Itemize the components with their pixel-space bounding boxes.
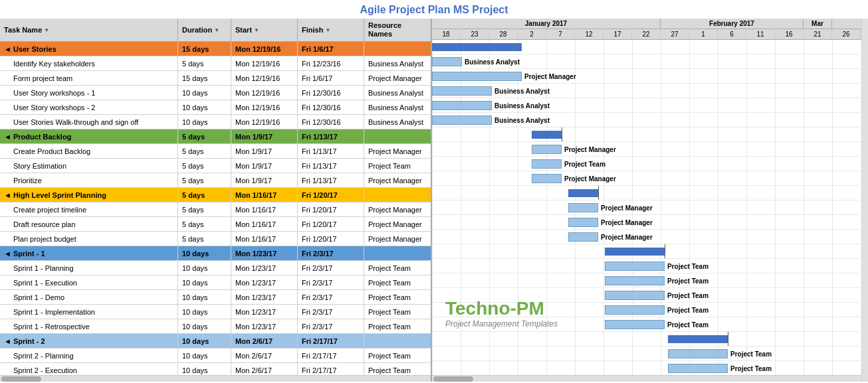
- gantt-row: Business Analyst: [432, 98, 861, 113]
- table-row[interactable]: Sprint 2 - Planning 10 days Mon 2/6/17 F…: [0, 348, 431, 363]
- gantt-bar-label: Project Manager: [598, 219, 653, 226]
- table-row[interactable]: Sprint 1 - Planning 10 days Mon 1/23/17 …: [0, 261, 431, 275]
- gantt-grid-line: [689, 230, 690, 244]
- gantt-grid-line: [489, 346, 490, 360]
- gantt-scrollbar-thumb[interactable]: [433, 376, 473, 382]
- gantt-grid-line: [775, 273, 776, 287]
- table-row[interactable]: Form project team 15 days Mon 12/19/16 F…: [0, 71, 431, 86]
- finish-header-label: Finish: [302, 26, 323, 34]
- gantt-grid-line: [489, 186, 490, 200]
- table-row[interactable]: Sprint 1 - Implementation 10 days Mon 1/…: [0, 305, 431, 319]
- table-row[interactable]: ◄ Sprint - 2 10 days Mon 2/6/17 Fri 2/17…: [0, 334, 431, 348]
- table-row[interactable]: Sprint 2 - Execution 10 days Mon 2/6/17 …: [0, 363, 431, 375]
- resource-cell: Business Analyst: [364, 115, 431, 129]
- gantt-bar: [605, 248, 665, 256]
- table-row[interactable]: User Story workshops - 1 10 days Mon 12/…: [0, 86, 431, 100]
- task-name-cell: Plan project budget: [0, 232, 178, 246]
- task-name-cell: Create Product Backlog: [0, 144, 178, 158]
- table-scrollbar-h[interactable]: [0, 375, 431, 382]
- table-row[interactable]: Sprint 1 - Execution 10 days Mon 1/23/17…: [0, 275, 431, 290]
- start-cell: Mon 2/6/17: [231, 348, 298, 362]
- gantt-grid-line: [632, 54, 633, 68]
- finish-cell: Fri 1/20/17: [298, 188, 364, 202]
- table-row[interactable]: Identify Key stakeholders 5 days Mon 12/…: [0, 56, 431, 71]
- gantt-grid-line: [603, 244, 604, 258]
- gantt-scrollbar-h[interactable]: [432, 375, 861, 382]
- finish-cell: Fri 2/3/17: [298, 305, 364, 319]
- gantt-grid-line: [518, 361, 518, 375]
- finish-cell: Fri 1/20/17: [298, 217, 364, 231]
- gantt-connector: [665, 244, 665, 258]
- gantt-grid-line: [575, 54, 576, 68]
- gantt-scrollbar-v[interactable]: [861, 19, 868, 382]
- table-row[interactable]: Story Estimation 5 days Mon 1/9/17 Fri 1…: [0, 159, 431, 173]
- gantt-grid-line: [489, 171, 490, 185]
- gantt-grid-line: [804, 84, 804, 98]
- gantt-grid-line: [603, 346, 604, 360]
- gantt-grid-line: [603, 98, 604, 112]
- gantt-grid-line: [689, 69, 690, 83]
- gantt-bar: [432, 115, 492, 125]
- start-cell: Mon 1/9/17: [231, 173, 298, 187]
- gantt-row: Project Team: [432, 317, 861, 332]
- gantt-bar: [605, 305, 665, 315]
- table-row[interactable]: Create project timeline 5 days Mon 1/16/…: [0, 202, 431, 217]
- gantt-grid-line: [661, 361, 661, 375]
- col-header-duration[interactable]: Duration ▼: [178, 19, 231, 41]
- table-row[interactable]: Sprint 1 - Demo 10 days Mon 1/23/17 Fri …: [0, 290, 431, 305]
- table-row[interactable]: ◄ User Stories 15 days Mon 12/19/16 Fri …: [0, 42, 431, 56]
- gantt-connector: [598, 186, 599, 200]
- table-row[interactable]: Create Product Backlog 5 days Mon 1/9/17…: [0, 144, 431, 159]
- gantt-row: Project Team: [432, 157, 861, 171]
- gantt-grid-line: [546, 40, 547, 54]
- gantt-grid-line: [518, 142, 518, 156]
- gantt-grid-line: [804, 317, 804, 331]
- gantt-bar: [668, 335, 728, 343]
- table-row[interactable]: ◄ Sprint - 1 10 days Mon 1/23/17 Fri 2/3…: [0, 246, 431, 261]
- duration-cell: 5 days: [178, 202, 231, 216]
- table-row[interactable]: ◄ Product Backlog 5 days Mon 1/9/17 Fri …: [0, 129, 431, 144]
- gantt-grid-line: [661, 98, 661, 112]
- gantt-grid-line: [718, 54, 718, 68]
- gantt-grid-line: [632, 157, 633, 171]
- gantt-grid-line: [603, 186, 604, 200]
- gantt-grid-line: [746, 98, 747, 112]
- col-header-start[interactable]: Start ▼: [231, 19, 298, 41]
- gantt-row: Project Manager: [432, 215, 861, 230]
- gantt-grid-line: [661, 346, 661, 360]
- table-row[interactable]: ◄ High Level Sprint Planning 5 days Mon …: [0, 188, 431, 202]
- table-row[interactable]: User Stories Walk-through and sign off 1…: [0, 115, 431, 129]
- gantt-bar: [568, 218, 598, 227]
- start-cell: Mon 12/19/16: [231, 71, 298, 85]
- gantt-grid-line: [432, 200, 433, 214]
- gantt-grid-line: [518, 346, 518, 360]
- gantt-grid-line: [518, 171, 518, 185]
- gantt-row: [432, 186, 861, 200]
- gantt-grid-line: [746, 215, 747, 229]
- start-cell: Mon 2/6/17: [231, 363, 298, 375]
- table-row[interactable]: Prioritize 5 days Mon 1/9/17 Fri 1/13/17…: [0, 173, 431, 188]
- gantt-grid-line: [546, 361, 547, 375]
- resource-cell: Project Team: [364, 363, 431, 375]
- resource-cell: Business Analyst: [364, 56, 431, 70]
- task-name-cell: ◄ Sprint - 1: [0, 246, 178, 260]
- gantt-grid-line: [575, 40, 576, 54]
- col-header-task[interactable]: Task Name ▼: [0, 19, 178, 41]
- scrollbar-thumb[interactable]: [1, 376, 41, 382]
- resource-cell: [364, 334, 431, 348]
- gantt-row: [432, 332, 861, 346]
- table-row[interactable]: User Story workshops - 2 10 days Mon 12/…: [0, 100, 431, 115]
- table-row[interactable]: Plan project budget 5 days Mon 1/16/17 F…: [0, 232, 431, 246]
- gantt-grid-line: [432, 288, 433, 302]
- gantt-connector: [728, 332, 728, 346]
- table-row[interactable]: Sprint 1 - Retrospective 10 days Mon 1/2…: [0, 319, 431, 334]
- gantt-grid-line: [718, 230, 718, 244]
- col-header-finish[interactable]: Finish ▼: [298, 19, 364, 41]
- duration-cell: 5 days: [178, 232, 231, 246]
- gantt-date-label: 1: [689, 29, 718, 39]
- gantt-grid-line: [461, 361, 461, 375]
- gantt-bar: [668, 349, 728, 358]
- table-row[interactable]: Draft resource plan 5 days Mon 1/16/17 F…: [0, 217, 431, 232]
- resource-cell: Project Manager: [364, 202, 431, 216]
- finish-cell: Fri 2/17/17: [298, 348, 364, 362]
